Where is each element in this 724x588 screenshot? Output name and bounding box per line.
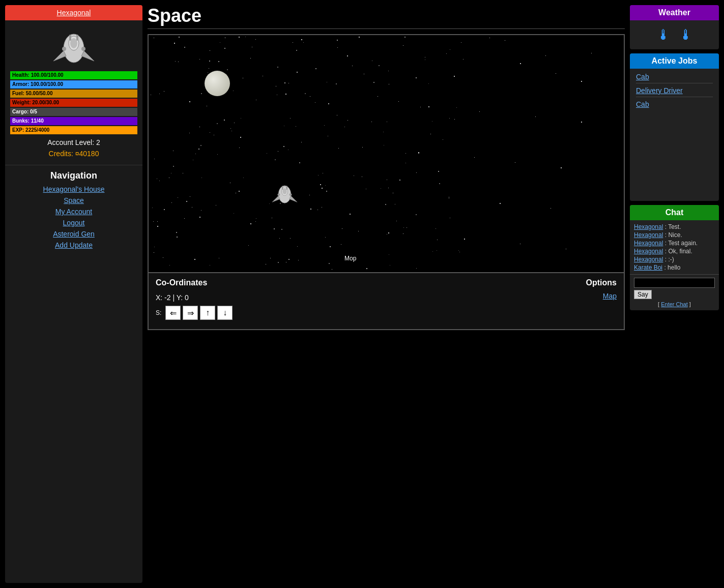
star xyxy=(535,116,536,117)
chat-user-1[interactable]: Hexagonal xyxy=(634,231,663,239)
right-sidebar: Weather 🌡 🌡 Active Jobs Cab Delivery Dri… xyxy=(630,5,719,583)
job-item-2[interactable]: Cab xyxy=(636,100,713,110)
star xyxy=(323,173,323,173)
username-link[interactable]: Hexagonal xyxy=(57,9,91,17)
star xyxy=(169,178,169,178)
star xyxy=(450,218,450,218)
star xyxy=(399,180,400,181)
star xyxy=(337,40,338,41)
thermometer-icon-1: 🌡 xyxy=(656,26,671,43)
star xyxy=(219,258,219,258)
star xyxy=(200,145,201,146)
star xyxy=(177,237,178,238)
star xyxy=(337,115,337,115)
dir-left-button[interactable]: ⇐ xyxy=(165,306,181,320)
dir-up-button[interactable]: ↑ xyxy=(200,306,215,320)
job-item-0[interactable]: Cab xyxy=(636,73,713,83)
chat-user-5[interactable]: Karate Boi xyxy=(634,264,662,271)
star xyxy=(157,226,158,227)
coords-value-area: X: -2 | Y: 0 S: ⇐ ⇒ ↑ ↓ xyxy=(156,291,233,320)
main-content: Space xyxy=(148,5,625,583)
svg-marker-2 xyxy=(81,51,94,61)
star xyxy=(358,231,359,231)
svg-rect-6 xyxy=(76,35,78,41)
star xyxy=(387,180,387,180)
star xyxy=(225,38,225,38)
star xyxy=(240,137,241,138)
nav-link-house[interactable]: Hexagonal's House xyxy=(5,185,142,193)
star xyxy=(248,245,249,246)
star xyxy=(463,59,464,60)
star xyxy=(243,178,244,178)
star xyxy=(163,257,163,258)
star xyxy=(458,250,459,251)
star xyxy=(315,102,315,103)
star xyxy=(288,150,288,150)
say-button[interactable]: Say xyxy=(634,290,652,299)
dir-down-button[interactable]: ↓ xyxy=(217,306,233,320)
star xyxy=(420,107,421,107)
star xyxy=(195,154,196,154)
star xyxy=(178,62,179,62)
star xyxy=(383,132,384,132)
star xyxy=(277,95,277,95)
nav-link-space[interactable]: Space xyxy=(5,196,142,204)
chat-user-4[interactable]: Hexagonal xyxy=(634,256,663,263)
star xyxy=(290,238,291,239)
star xyxy=(430,134,431,134)
star xyxy=(489,38,490,38)
star xyxy=(171,202,172,203)
star xyxy=(393,193,393,193)
star xyxy=(362,177,362,177)
star xyxy=(183,173,183,173)
chat-input[interactable] xyxy=(634,278,715,288)
star xyxy=(328,103,329,104)
star xyxy=(443,139,443,140)
star xyxy=(359,37,360,38)
star xyxy=(318,175,318,175)
nav-link-addupdate[interactable]: Add Update xyxy=(5,241,142,249)
svg-point-8 xyxy=(81,47,85,51)
map-link[interactable]: Map xyxy=(603,292,617,300)
nav-link-asteroid[interactable]: Asteroid Gen xyxy=(5,230,142,238)
star xyxy=(296,50,297,51)
star xyxy=(164,209,165,210)
svg-marker-10 xyxy=(272,196,280,202)
star xyxy=(398,101,399,102)
svg-marker-1 xyxy=(53,51,66,61)
star xyxy=(199,127,200,127)
job-item-1[interactable]: Delivery Driver xyxy=(636,86,713,97)
chat-user-2[interactable]: Hexagonal xyxy=(634,240,663,247)
star xyxy=(474,157,475,158)
star xyxy=(216,205,216,205)
exp-bar: EXP: 2225/4000 xyxy=(10,126,137,134)
star xyxy=(227,69,228,70)
chat-msg-4: Hexagonal : :-) xyxy=(634,256,715,263)
enter-chat-link[interactable]: Enter Chat xyxy=(661,301,688,307)
star xyxy=(332,269,332,270)
star xyxy=(190,196,190,197)
star xyxy=(175,61,176,62)
sidebar-header: Hexagonal xyxy=(5,5,142,20)
star xyxy=(270,258,271,258)
star xyxy=(406,163,406,163)
star xyxy=(566,249,566,249)
star xyxy=(224,120,225,121)
chat-user-3[interactable]: Hexagonal xyxy=(634,248,663,255)
star xyxy=(184,218,185,219)
star xyxy=(395,204,395,204)
star xyxy=(322,188,323,189)
star xyxy=(387,122,387,122)
dir-right-button[interactable]: ⇒ xyxy=(183,306,198,320)
nav-link-logout[interactable]: Logout xyxy=(5,219,142,227)
star xyxy=(298,260,299,260)
star xyxy=(387,234,387,234)
star xyxy=(515,162,515,163)
nav-link-myaccount[interactable]: My Account xyxy=(5,208,142,216)
chat-user-0[interactable]: Hexagonal xyxy=(634,223,663,230)
star xyxy=(154,247,155,247)
chat-msg-3: Hexagonal : Ok, final. xyxy=(634,248,715,255)
star xyxy=(250,58,251,58)
active-jobs-widget: Active Jobs Cab Delivery Driver Cab xyxy=(630,53,719,201)
star xyxy=(310,209,311,210)
